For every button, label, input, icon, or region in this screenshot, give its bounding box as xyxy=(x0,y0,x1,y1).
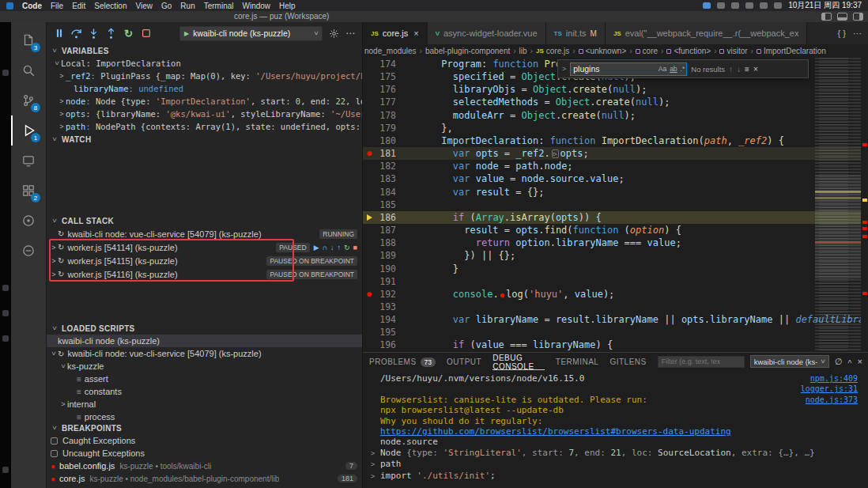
breadcrumb-item-unknown[interactable]: <unknown> xyxy=(579,47,627,55)
variable-row[interactable]: >path: NodePath {contexts: Array(1), sta… xyxy=(47,120,362,133)
gutter-marks[interactable] xyxy=(363,211,376,224)
activity-live-share[interactable] xyxy=(11,206,46,236)
dock-icon[interactable] xyxy=(2,310,9,316)
activity-explorer[interactable]: 3 xyxy=(11,25,46,55)
breakpoint-icon[interactable]: ● xyxy=(367,147,372,160)
gutter-marks[interactable] xyxy=(363,160,376,172)
gutter-marks[interactable] xyxy=(363,96,376,108)
gutter-marks[interactable] xyxy=(363,70,376,83)
expand-chevron-icon[interactable]: > xyxy=(371,471,380,482)
activity-remote-explorer[interactable] xyxy=(11,146,46,176)
menu-item-help[interactable]: Help xyxy=(279,2,296,10)
source-link[interactable]: logger.js:31 xyxy=(801,384,868,394)
variable-row[interactable]: >node: Node {type: 'ImportDeclaration', … xyxy=(47,95,362,108)
menu-item-go[interactable]: Go xyxy=(161,2,172,10)
find-input[interactable] xyxy=(571,64,656,74)
menu-item-run[interactable]: Run xyxy=(180,2,194,10)
gutter-marks[interactable] xyxy=(363,134,376,147)
activity-search[interactable] xyxy=(11,55,46,85)
gutter-marks[interactable] xyxy=(363,263,376,275)
app-menu[interactable]: Code xyxy=(22,2,42,10)
gutter-marks[interactable] xyxy=(363,58,376,70)
breadcrumb-item-lib[interactable]: lib xyxy=(519,47,527,55)
loaded-script-process[interactable]: ≡process xyxy=(47,410,362,422)
dock-icon[interactable] xyxy=(2,285,9,291)
callstack-row-worker-js-54115-ks-puzzle[interactable]: >↻worker.js [54115] (ks-puzzle)PAUSED ON… xyxy=(47,254,362,267)
camera-status-icon[interactable] xyxy=(703,2,711,9)
callstack-row-worker-js-54114-ks-puzzle[interactable]: >↻worker.js [54114] (ks-puzzle)PAUSED▶∩↓… xyxy=(47,240,362,254)
menu-item-terminal[interactable]: Terminal xyxy=(204,2,234,10)
variable-row[interactable]: libraryName: undefined xyxy=(47,82,362,95)
maximize-panel-icon[interactable]: > xyxy=(846,359,854,363)
loaded-scripts-section-header[interactable]: > LOADED SCRIPTS xyxy=(47,322,362,335)
menu-item-view[interactable]: View xyxy=(136,2,153,10)
more-actions-icon[interactable]: ⋯ xyxy=(853,28,862,39)
previous-match-icon[interactable]: ↑ xyxy=(729,65,733,74)
gutter-marks[interactable] xyxy=(363,249,376,262)
close-panel-icon[interactable]: × xyxy=(858,357,862,366)
watch-section-header[interactable]: > WATCH xyxy=(47,133,362,146)
find-in-selection-icon[interactable]: ≡ xyxy=(745,65,749,74)
clear-console-icon[interactable]: ∅ xyxy=(835,357,843,366)
loaded-script-ks-puzzle[interactable]: >ks-puzzle xyxy=(47,360,362,373)
editor-tab-async-widget-loader-vue[interactable]: Vasync-widget-loader.vue xyxy=(428,22,546,44)
menu-clock[interactable]: 10月21日 周四 19:37 xyxy=(788,0,862,11)
console-filter-input[interactable] xyxy=(658,356,745,368)
menu-item-window[interactable]: Window xyxy=(243,2,271,10)
control-center-icon[interactable] xyxy=(774,2,782,9)
step-out-button[interactable] xyxy=(105,28,117,40)
step-into-button[interactable] xyxy=(88,28,100,40)
breadcrumb-item-node-modules[interactable]: node_modules xyxy=(364,47,417,55)
loaded-script-constants[interactable]: ≡constants xyxy=(47,385,362,398)
gutter-marks[interactable]: ● xyxy=(363,147,376,160)
more-actions-icon[interactable]: ⋯ xyxy=(345,28,356,39)
gutter-marks[interactable] xyxy=(363,83,376,96)
panel-tab-terminal[interactable]: TERMINAL xyxy=(556,353,599,370)
variable-row[interactable]: >_ref2: PluginPass {_map: Map(0), key: '… xyxy=(47,70,362,82)
activity-run-and-debug[interactable]: 1 xyxy=(11,115,46,146)
expand-chevron-icon[interactable]: > xyxy=(371,460,380,470)
breadcrumb-item-babel-plugin-component[interactable]: babel-plugin-component xyxy=(425,47,510,55)
close-icon[interactable]: × xyxy=(753,65,758,74)
checkbox-icon[interactable] xyxy=(51,450,58,457)
breakpoints-section-header[interactable]: > BREAKPOINTS xyxy=(47,422,362,434)
match-case-icon[interactable]: Aa xyxy=(657,65,668,73)
loaded-script-assert[interactable]: ≡assert xyxy=(47,373,362,385)
gutter-marks[interactable]: ● xyxy=(363,288,376,301)
next-match-icon[interactable]: ↓ xyxy=(737,65,741,74)
breadcrumb-item-importdeclaration[interactable]: ImportDeclaration xyxy=(757,47,826,55)
gutter-marks[interactable] xyxy=(363,172,376,185)
expand-chevron-icon[interactable]: > xyxy=(371,448,380,459)
menu-item-file[interactable]: File xyxy=(51,2,63,10)
activity-extensions[interactable]: 2 xyxy=(11,176,46,206)
whole-word-icon[interactable]: ab xyxy=(668,65,678,73)
variables-section-header[interactable]: > VARIABLES xyxy=(47,44,362,57)
breakpoint-uncaught-exceptions[interactable]: Uncaught Exceptions xyxy=(47,447,362,460)
dock-icon[interactable] xyxy=(2,70,9,76)
panel-tab-output[interactable]: OUTPUT xyxy=(447,353,481,370)
panel-tab-problems[interactable]: PROBLEMS73 xyxy=(369,353,436,370)
toggle-secondary-sidebar-icon[interactable] xyxy=(853,13,863,21)
gutter-marks[interactable] xyxy=(363,313,376,326)
gutter-marks[interactable] xyxy=(363,224,376,236)
braces-icon[interactable]: { } xyxy=(838,28,846,38)
breakpoint-icon[interactable]: ● xyxy=(367,288,372,301)
wifi-icon[interactable] xyxy=(745,2,753,9)
dock-icon[interactable] xyxy=(2,467,9,473)
breadcrumb-item-function[interactable]: <function> xyxy=(666,47,711,55)
checkbox-icon[interactable] xyxy=(51,437,58,444)
status-icon[interactable] xyxy=(731,2,739,9)
dock-icon[interactable] xyxy=(2,335,9,342)
activity-source-control[interactable]: 8 xyxy=(11,85,46,115)
call-stack-section-header[interactable]: > CALL STACK xyxy=(47,214,362,227)
gutter-marks[interactable] xyxy=(363,339,376,351)
menu-item-edit[interactable]: Edit xyxy=(72,2,85,10)
debug-console-output[interactable]: /Users/huyu/.nvm/versions/node/v16.15.0n… xyxy=(363,370,868,482)
gutter-marks[interactable] xyxy=(363,122,376,134)
loaded-script-internal[interactable]: >internal xyxy=(47,398,362,410)
gutter-marks[interactable] xyxy=(363,275,376,288)
toggle-sidebar-icon[interactable] xyxy=(821,13,832,21)
callstack-row-worker-js-54116-ks-puzzle[interactable]: >↻worker.js [54116] (ks-puzzle)PAUSED ON… xyxy=(47,267,362,281)
breakpoint-caught-exceptions[interactable]: Caught Exceptions xyxy=(47,434,362,447)
inline-breakpoint-icon[interactable]: ● xyxy=(500,291,504,299)
